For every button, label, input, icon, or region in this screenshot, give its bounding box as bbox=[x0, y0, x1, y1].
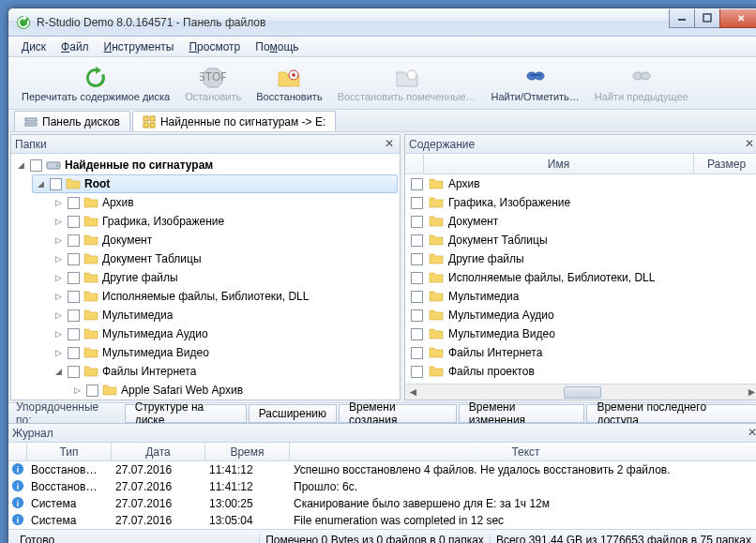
menu-view[interactable]: Просмотр bbox=[181, 38, 248, 55]
tree-item[interactable]: ▷ Мультимедиа Видео bbox=[11, 343, 400, 362]
log-row[interactable]: Восстанов… 27.07.2016 11:41:12 Прошло: 6… bbox=[8, 478, 756, 495]
checkbox[interactable] bbox=[411, 253, 423, 265]
file-list[interactable]: Архив Графика, Изображение Документ Доку… bbox=[405, 174, 756, 384]
checkbox[interactable] bbox=[411, 197, 423, 209]
checkbox[interactable] bbox=[68, 216, 80, 228]
menubar: Диск Файл Инструменты Просмотр Помощь bbox=[8, 37, 756, 57]
tree-root-child[interactable]: ◢Root bbox=[32, 174, 398, 193]
list-item[interactable]: Файлы проектов bbox=[405, 362, 756, 381]
checkbox[interactable] bbox=[411, 366, 423, 378]
checkbox[interactable] bbox=[411, 291, 423, 303]
tree-root[interactable]: ◢Найденные по сигнатурам bbox=[11, 156, 400, 174]
tab-disk-panel[interactable]: Панель дисков bbox=[14, 111, 130, 131]
sort-button[interactable]: Времени создания bbox=[339, 404, 457, 423]
log-row[interactable]: Система 27.07.2016 13:05:04 File enumera… bbox=[8, 512, 756, 529]
list-item[interactable]: Исполняемые файлы, Библиотеки, DLL bbox=[405, 268, 756, 287]
checkbox[interactable] bbox=[68, 366, 80, 378]
sort-button[interactable]: Расширению bbox=[249, 404, 337, 423]
disks-icon bbox=[24, 115, 38, 128]
folders-title: Папки bbox=[15, 138, 47, 151]
col-size[interactable]: Размер bbox=[694, 154, 756, 173]
h-scrollbar[interactable]: ◄► bbox=[405, 384, 756, 400]
folder-icon bbox=[429, 345, 444, 360]
window-title: R-Studio Demo 8.0.164571 - Панель файлов bbox=[37, 16, 670, 29]
minimize-button[interactable] bbox=[669, 9, 695, 28]
col-name[interactable]: Имя bbox=[424, 154, 694, 173]
list-item[interactable]: Документ bbox=[405, 212, 756, 231]
menu-disk[interactable]: Диск bbox=[14, 38, 53, 55]
menu-tools[interactable]: Инструменты bbox=[97, 38, 182, 55]
checkbox[interactable] bbox=[411, 234, 423, 247]
tool-stop: Остановить bbox=[179, 63, 247, 104]
close-pane-icon[interactable]: ✕ bbox=[383, 138, 396, 151]
tree-item[interactable]: ▷ Apple Safari Web Архив bbox=[11, 381, 400, 400]
tree-item[interactable]: ▷ Мультимедиа Аудио bbox=[11, 324, 400, 343]
checkbox[interactable] bbox=[68, 197, 80, 209]
checkbox[interactable] bbox=[411, 216, 423, 228]
list-item[interactable]: Файлы Интернета bbox=[405, 343, 756, 362]
folder-icon bbox=[429, 289, 444, 304]
titlebar[interactable]: R-Studio Demo 8.0.164571 - Панель файлов… bbox=[8, 8, 756, 37]
col-date[interactable]: Дата bbox=[112, 443, 205, 460]
menu-help[interactable]: Помощь bbox=[248, 38, 306, 55]
checkbox[interactable] bbox=[68, 309, 80, 322]
checkbox[interactable] bbox=[68, 253, 80, 265]
list-item[interactable]: Документ Таблицы bbox=[405, 231, 756, 249]
col-text[interactable]: Текст bbox=[290, 443, 756, 460]
tree-item[interactable]: ▷ Графика, Изображение bbox=[11, 212, 400, 231]
close-pane-icon[interactable]: ✕ bbox=[743, 138, 756, 151]
checkbox[interactable] bbox=[68, 234, 80, 247]
checkbox[interactable] bbox=[68, 328, 80, 340]
folder-tree[interactable]: ◢Найденные по сигнатурам ◢Root ▷ Архив ▷… bbox=[11, 154, 400, 400]
menu-file[interactable]: Файл bbox=[53, 38, 97, 55]
list-item[interactable]: Архив bbox=[405, 174, 756, 193]
tree-item[interactable]: ▷ Архив bbox=[11, 193, 400, 212]
tree-item[interactable]: ▷ Исполняемые файлы, Библиотеки, DLL bbox=[11, 287, 400, 306]
checkbox[interactable] bbox=[68, 347, 80, 359]
sort-button[interactable]: Времени изменения bbox=[459, 404, 585, 423]
list-item[interactable]: Мультимедиа Аудио bbox=[405, 306, 756, 324]
tree-item[interactable]: ▷ Документ Таблицы bbox=[11, 249, 400, 268]
checkbox[interactable] bbox=[411, 347, 423, 359]
checkbox[interactable] bbox=[86, 385, 98, 397]
close-button[interactable]: ✕ bbox=[719, 9, 756, 28]
tool-refresh[interactable]: Перечитать содержимое диска bbox=[16, 63, 175, 104]
tool-find[interactable]: Найти/Отметить… bbox=[486, 63, 585, 104]
tree-item[interactable]: ◢ Файлы Интернета bbox=[11, 362, 400, 381]
checkbox[interactable] bbox=[50, 178, 62, 190]
log-row[interactable]: Восстанов… 27.07.2016 11:41:12 Успешно в… bbox=[8, 461, 756, 478]
checkbox[interactable] bbox=[411, 272, 423, 284]
info-icon bbox=[11, 513, 24, 526]
checkbox[interactable] bbox=[411, 309, 423, 322]
maximize-button[interactable] bbox=[694, 9, 720, 28]
tree-item[interactable]: ▷ Мультимедиа bbox=[11, 306, 400, 324]
contents-title: Содержание bbox=[409, 138, 475, 151]
col-time[interactable]: Время bbox=[205, 443, 290, 460]
folder-icon bbox=[83, 270, 98, 285]
tool-recover-marked: Восстановить помеченные… bbox=[332, 63, 482, 104]
col-type[interactable]: Тип bbox=[27, 443, 112, 460]
folder-icon bbox=[83, 364, 98, 379]
tree-item[interactable]: ▷ Документ bbox=[11, 231, 400, 249]
tree-item[interactable]: ▷ Другие файлы bbox=[11, 268, 400, 287]
checkbox[interactable] bbox=[411, 178, 423, 190]
contents-pane: Содержание✕ Имя Размер Архив Графика, Из… bbox=[404, 134, 756, 400]
close-pane-icon[interactable]: ✕ bbox=[746, 427, 756, 440]
info-icon bbox=[11, 462, 24, 475]
list-item[interactable]: Графика, Изображение bbox=[405, 193, 756, 212]
info-icon bbox=[11, 496, 24, 509]
grid-icon bbox=[143, 115, 156, 128]
tool-recover[interactable]: Восстановить bbox=[250, 63, 327, 104]
log-row[interactable]: Система 27.07.2016 13:00:25 Сканирование… bbox=[8, 495, 756, 512]
checkbox[interactable] bbox=[68, 291, 80, 303]
list-item[interactable]: Мультимедиа Видео bbox=[405, 324, 756, 343]
list-item[interactable]: Другие файлы bbox=[405, 249, 756, 268]
checkbox[interactable] bbox=[68, 272, 80, 284]
checkbox[interactable] bbox=[411, 328, 423, 340]
sort-button[interactable]: Структуре на диске bbox=[125, 404, 247, 423]
tab-found-signatures[interactable]: Найденные по сигнатурам -> E: bbox=[132, 111, 336, 131]
checkbox[interactable] bbox=[30, 159, 42, 172]
list-item[interactable]: Мультимедиа bbox=[405, 287, 756, 306]
sort-button[interactable]: Времени последнего доступа bbox=[586, 404, 756, 423]
folder-icon bbox=[83, 308, 98, 323]
